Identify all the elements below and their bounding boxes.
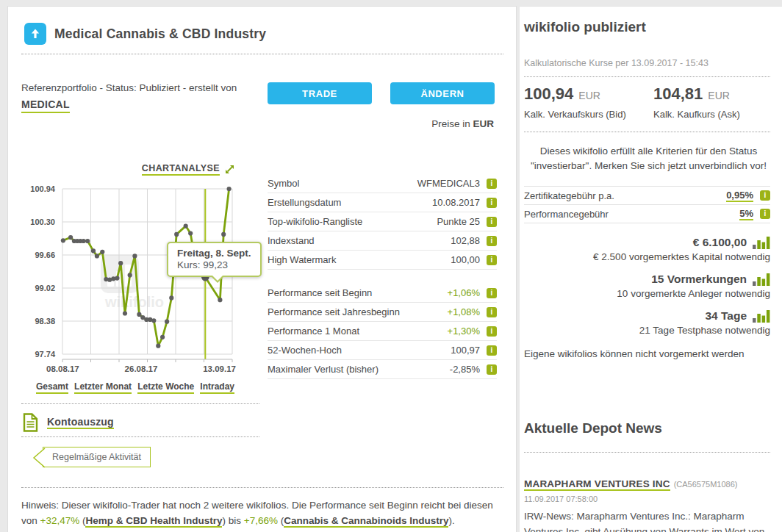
expand-icon[interactable] xyxy=(224,164,235,175)
divider xyxy=(21,487,503,488)
ask-currency: EUR xyxy=(708,90,730,101)
divider xyxy=(524,452,770,453)
table-row: Erstellungsdatum 10.08.2017 i xyxy=(268,193,497,212)
trade-button[interactable]: TRADE xyxy=(268,82,372,104)
chart-range-tab[interactable]: Letzter Monat xyxy=(74,381,132,394)
milestone-item: € 6.100,00 € 2.500 vorgemerktes Kapital … xyxy=(524,235,770,262)
investable-note: Dieses wikifolio erfüllt alle Kriterien … xyxy=(520,144,778,174)
fee-row: Zertifikategebühr p.a. 0,95% i xyxy=(524,187,770,205)
wikifolio-type-icon xyxy=(24,23,46,45)
row-value: WFMEDICAL3 xyxy=(417,178,480,189)
divider xyxy=(21,403,259,404)
document-icon[interactable] xyxy=(23,413,38,432)
table-row: Performance seit Beginn +1,06% i xyxy=(268,284,497,303)
info-icon[interactable]: i xyxy=(760,190,770,201)
chart-area[interactable]: wikifolio Freitag, 8. Sept. Kurs: 99,23 xyxy=(62,189,232,365)
fee-value-link[interactable]: 0,95% xyxy=(726,190,753,202)
activity-badge-label: Regelmäßige Aktivität xyxy=(52,452,141,462)
footnote-segment[interactable]: Hemp & CBD Health Industry xyxy=(85,515,222,528)
status-block: Referenzportfolio - Status: Publiziert -… xyxy=(21,82,264,113)
ask-price: 104,81 xyxy=(653,85,703,103)
row-value: -2,85% xyxy=(450,364,480,375)
row-label: Indexstand xyxy=(268,235,451,246)
info-icon[interactable]: i xyxy=(760,209,770,219)
chart-range-tab[interactable]: Letzte Woche xyxy=(137,381,194,394)
row-label: 52-Wochen-Hoch xyxy=(268,345,451,356)
info-icon[interactable]: i xyxy=(487,217,497,227)
info-icon[interactable]: i xyxy=(487,326,497,337)
wikifolio-card: Medical Cannabis & CBD Industry Referenz… xyxy=(7,6,517,532)
activity-badge[interactable]: Regelmäßige Aktivität xyxy=(43,447,151,467)
performance-chart[interactable] xyxy=(62,189,232,365)
divider xyxy=(524,132,770,132)
ask-block: 104,81EUR Kalk. Kaufkurs (Ask) xyxy=(653,85,782,120)
table-row: Performance seit Jahresbeginn +1,08% i xyxy=(268,303,497,322)
y-axis-tick: 98.38 xyxy=(35,317,55,326)
bid-price: 100,94 xyxy=(524,85,573,103)
y-axis-tick: 100.94 xyxy=(30,184,55,193)
row-label: Performance seit Jahresbeginn xyxy=(268,306,448,317)
ask-label: Kalk. Kaufkurs (Ask) xyxy=(653,109,782,120)
row-value: +1,08% xyxy=(448,306,480,317)
status-panel: wikifolio publiziert Kalkulatorische Kur… xyxy=(520,6,782,532)
divider xyxy=(21,436,259,437)
chart-analysis-link[interactable]: CHARTANALYSE xyxy=(142,163,220,176)
row-label: Erstellungsdatum xyxy=(268,197,432,208)
info-icon[interactable]: i xyxy=(487,179,497,189)
chart-x-axis: 08.08.1726.08.1713.09.17 xyxy=(46,364,236,373)
footnote-segment: ( xyxy=(278,515,284,526)
account-statement-link[interactable]: Kontoauszug xyxy=(47,416,114,429)
tooltip-date: Freitag, 8. Sept. xyxy=(177,248,251,259)
info-icon[interactable]: i xyxy=(487,288,497,298)
row-value: +1,06% xyxy=(448,287,480,298)
x-axis-tick: 13.09.17 xyxy=(203,364,236,373)
bid-label: Kalk. Verkaufskurs (Bid) xyxy=(524,109,653,120)
fee-label: Zertifikategebühr p.a. xyxy=(524,190,726,201)
info-icon[interactable]: i xyxy=(487,345,497,356)
y-axis-tick: 100.30 xyxy=(30,218,55,226)
table-row: High Watermark 100,00 i xyxy=(268,251,497,270)
milestone-requirement: 21 Tage Testphase notwendig xyxy=(524,325,770,336)
fees-table: Zertifikategebühr p.a. 0,95% i Performan… xyxy=(524,186,770,223)
row-value: +1,30% xyxy=(448,326,480,337)
own-wikifolio-note: Eigene wikifolios können nicht vorgemerk… xyxy=(524,348,744,359)
fee-row: Performancegebühr 5% i xyxy=(524,205,770,223)
fee-label: Performancegebühr xyxy=(524,209,739,220)
news-company-link[interactable]: MARAPHARM VENTURES INC xyxy=(524,478,670,491)
tooltip-value: Kurs: 99,23 xyxy=(177,259,251,270)
y-axis-tick: 97.74 xyxy=(35,350,55,359)
bar-chart-icon xyxy=(753,309,770,323)
footnote-segment: +7,66% xyxy=(244,515,278,526)
info-icon[interactable]: i xyxy=(487,364,497,375)
row-label: Top-wikifolio-Rangliste xyxy=(268,216,437,227)
milestone-item: 15 Vormerkungen 10 vorgemerkte Anleger n… xyxy=(524,272,770,299)
trader-link[interactable]: MEDICAL xyxy=(21,98,70,114)
news-item: MARAPHARM VENTURES INC(CA56575M1086) 11.… xyxy=(524,478,770,532)
info-icon[interactable]: i xyxy=(487,255,497,265)
chart-tooltip: Freitag, 8. Sept. Kurs: 99,23 xyxy=(167,242,262,277)
chart-range-tab[interactable]: Gesamt xyxy=(36,381,68,394)
chart-range-tabs: GesamtLetzter MonatLetzte WocheIntraday xyxy=(36,381,234,394)
row-value: 100,00 xyxy=(451,254,480,265)
table-row: Top-wikifolio-Rangliste Punkte 25 i xyxy=(268,212,497,231)
info-icon[interactable]: i xyxy=(487,307,497,317)
chart-y-axis: 100.94100.3099.6699.0298.3897.74 xyxy=(26,189,58,359)
milestone-requirement: 10 vorgemerkte Anleger notwendig xyxy=(524,288,770,299)
y-axis-tick: 99.66 xyxy=(35,251,55,259)
table-row: Indexstand 102,88 i xyxy=(268,231,497,251)
currency-label: EUR xyxy=(473,118,494,129)
table-row: Symbol WFMEDICAL3 i xyxy=(268,174,497,193)
status-line: Referenzportfolio - Status: Publiziert -… xyxy=(21,82,237,93)
arrow-up-icon xyxy=(29,28,41,40)
info-icon[interactable]: i xyxy=(487,236,497,246)
row-label: Symbol xyxy=(268,178,417,189)
news-body: IRW-News: Marapharm Ventures Inc.: Marap… xyxy=(524,509,770,532)
footnote-segment[interactable]: Cannabis & Cannabinoids Industry xyxy=(284,515,448,528)
row-label: Performance seit Beginn xyxy=(268,287,448,298)
milestones: € 6.100,00 € 2.500 vorgemerktes Kapital … xyxy=(524,235,770,345)
footnote-segment: ). xyxy=(448,515,454,526)
fee-value-link[interactable]: 5% xyxy=(739,208,753,220)
chart-range-tab[interactable]: Intraday xyxy=(200,381,234,394)
change-button[interactable]: ÄNDERN xyxy=(390,82,495,104)
info-icon[interactable]: i xyxy=(487,198,497,208)
